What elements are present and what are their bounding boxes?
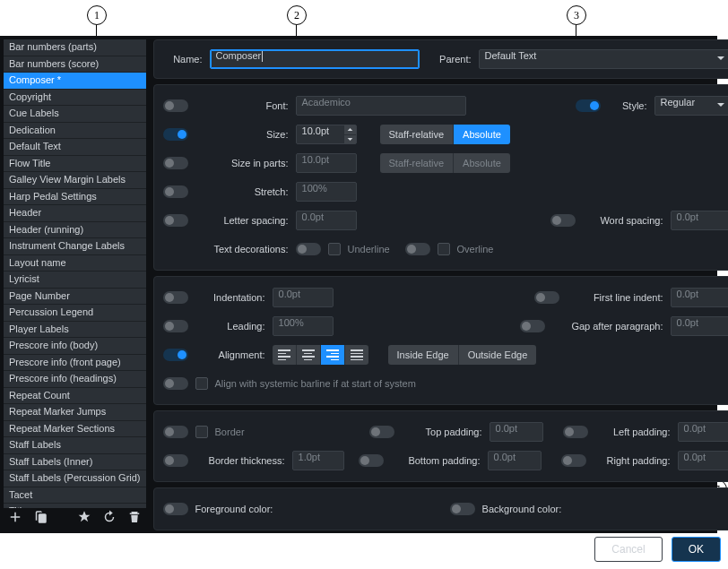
gap-input[interactable]: 0.0pt xyxy=(671,316,728,336)
cancel-button[interactable]: Cancel xyxy=(594,537,662,562)
stretch-override-toggle[interactable] xyxy=(163,185,188,198)
word-spacing-input[interactable]: 0.0pt xyxy=(671,211,728,230)
align-center-button[interactable] xyxy=(297,345,321,365)
style-item[interactable]: Staff Labels xyxy=(4,437,146,454)
left-pad-toggle[interactable] xyxy=(563,426,588,438)
letter-spacing-toggle[interactable] xyxy=(163,214,188,227)
word-spacing-toggle[interactable] xyxy=(550,214,576,227)
align-left-button[interactable] xyxy=(273,345,297,365)
dialog-footer: Cancel OK xyxy=(594,537,721,562)
style-item[interactable]: Player Labels xyxy=(4,322,146,339)
style-item[interactable]: Prescore info (headings) xyxy=(4,371,146,388)
style-item[interactable]: Instrument Change Labels xyxy=(4,238,146,255)
spin-up-icon[interactable] xyxy=(343,125,356,135)
underline-toggle[interactable] xyxy=(296,243,321,255)
style-item[interactable]: Layout name xyxy=(4,255,146,272)
stretch-input[interactable]: 100% xyxy=(296,182,357,202)
name-input[interactable]: Composer xyxy=(210,49,420,69)
spin-down-icon[interactable] xyxy=(343,135,356,144)
thick-input[interactable]: 1.0pt xyxy=(292,451,344,470)
delete-button[interactable] xyxy=(126,509,143,529)
alignment-toggle[interactable] xyxy=(163,349,188,361)
size-spinner[interactable] xyxy=(343,125,356,143)
size-parts-absolute-button[interactable]: Absolute xyxy=(454,153,510,173)
right-pad-input[interactable]: 0.0pt xyxy=(678,451,728,470)
style-item[interactable]: Copyright xyxy=(4,90,146,107)
reset-button[interactable] xyxy=(101,509,117,529)
gap-toggle[interactable] xyxy=(520,320,545,332)
style-item[interactable]: Harp Pedal Settings xyxy=(4,189,146,206)
chevron-down-icon xyxy=(716,100,725,111)
size-parts-staff-relative-button[interactable]: Staff-relative xyxy=(380,153,455,173)
style-select[interactable]: Regular xyxy=(654,96,728,116)
style-item[interactable]: Percussion Legend xyxy=(4,305,146,322)
bottom-pad-label: Bottom padding: xyxy=(391,455,481,466)
first-line-input[interactable]: 0.0pt xyxy=(671,288,728,307)
top-pad-input[interactable]: 0.0pt xyxy=(490,422,543,442)
indent-input[interactable]: 0.0pt xyxy=(273,288,334,307)
style-item[interactable]: Dedication xyxy=(4,123,146,140)
size-absolute-button[interactable]: Absolute xyxy=(454,125,510,144)
style-item[interactable]: Prescore info (body) xyxy=(4,338,146,355)
style-item[interactable]: Lyricist xyxy=(4,272,146,289)
style-item[interactable]: Staff Labels (Percussion Grid) xyxy=(4,470,146,487)
name-panel: Name: Composer Parent: Default Text xyxy=(153,39,728,79)
first-line-toggle[interactable] xyxy=(534,291,559,304)
size-staff-relative-button[interactable]: Staff-relative xyxy=(380,125,455,144)
barline-align-checkbox[interactable] xyxy=(195,377,208,390)
leading-input[interactable]: 100% xyxy=(273,316,334,336)
style-item[interactable]: Repeat Marker Jumps xyxy=(4,404,146,421)
style-item[interactable]: Header xyxy=(4,205,146,222)
style-item[interactable]: Default Text xyxy=(4,139,146,156)
style-item[interactable]: Header (running) xyxy=(4,222,146,239)
style-item[interactable]: Repeat Count xyxy=(4,388,146,405)
style-item[interactable]: Cue Labels xyxy=(4,106,146,123)
styles-list[interactable]: Bar numbers (parts)Bar numbers (score)Co… xyxy=(4,39,146,508)
style-item[interactable]: Galley View Margin Labels xyxy=(4,172,146,189)
style-item[interactable]: Flow Title xyxy=(4,156,146,173)
fg-color-toggle[interactable] xyxy=(163,503,188,515)
style-item[interactable]: Page Number xyxy=(4,289,146,306)
ok-button[interactable]: OK xyxy=(672,537,721,562)
outside-edge-button[interactable]: Outside Edge xyxy=(459,345,537,365)
indent-toggle[interactable] xyxy=(163,291,188,304)
border-checkbox[interactable] xyxy=(195,426,208,438)
font-override-toggle[interactable] xyxy=(163,99,188,112)
bottom-pad-toggle[interactable] xyxy=(359,454,384,467)
size-override-toggle[interactable] xyxy=(163,128,188,141)
style-item[interactable]: Tacet xyxy=(4,487,146,504)
style-item[interactable]: Composer * xyxy=(4,73,146,90)
add-style-button[interactable] xyxy=(7,509,23,529)
style-item[interactable]: Repeat Marker Sections xyxy=(4,421,146,438)
favorite-button[interactable] xyxy=(76,509,92,529)
thick-toggle[interactable] xyxy=(163,454,188,467)
inside-edge-button[interactable]: Inside Edge xyxy=(388,345,459,365)
letter-spacing-input[interactable]: 0.0pt xyxy=(296,211,357,230)
underline-checkbox[interactable] xyxy=(328,243,341,255)
left-pad-input[interactable]: 0.0pt xyxy=(678,422,728,442)
style-item[interactable]: Bar numbers (score) xyxy=(4,56,146,73)
right-pad-label: Right padding: xyxy=(594,455,671,466)
right-pad-toggle[interactable] xyxy=(561,454,586,467)
size-parts-override-toggle[interactable] xyxy=(163,157,188,169)
bg-color-toggle[interactable] xyxy=(450,503,475,515)
align-right-button[interactable] xyxy=(321,345,345,365)
border-toggle[interactable] xyxy=(163,426,188,438)
overline-toggle[interactable] xyxy=(405,243,430,255)
style-item[interactable]: Prescore info (front page) xyxy=(4,355,146,372)
bottom-pad-input[interactable]: 0.0pt xyxy=(488,451,542,470)
duplicate-style-button[interactable] xyxy=(32,509,48,529)
style-item[interactable]: Staff Labels (Inner) xyxy=(4,454,146,471)
style-override-toggle[interactable] xyxy=(576,99,601,112)
style-item[interactable]: Bar numbers (parts) xyxy=(4,39,146,56)
size-input[interactable]: 10.0pt xyxy=(296,125,357,144)
top-pad-toggle[interactable] xyxy=(369,426,394,438)
parent-select[interactable]: Default Text xyxy=(479,49,728,69)
leading-toggle[interactable] xyxy=(163,320,188,332)
align-justify-button[interactable] xyxy=(345,345,368,365)
font-input[interactable]: Academico xyxy=(296,96,466,116)
size-parts-input[interactable]: 10.0pt xyxy=(296,153,357,173)
overline-checkbox[interactable] xyxy=(438,243,450,255)
font-label: Font: xyxy=(195,100,289,111)
barline-align-toggle[interactable] xyxy=(163,377,188,390)
